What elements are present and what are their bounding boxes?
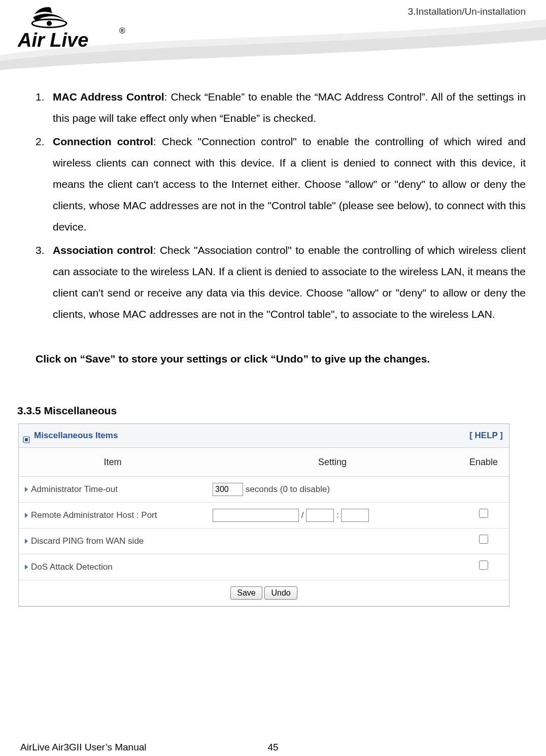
col-enable: Enable [458,448,509,477]
table-row: DoS Attack Detection [19,554,509,580]
brand-logo: Air Live ® [18,6,134,53]
logo-text: Air Live [18,29,88,51]
timeout-input[interactable] [213,483,243,496]
help-link[interactable]: [ HELP ] [469,427,503,444]
page-number: 45 [267,742,278,753]
list-item: 3. Association control: Check "Associati… [36,240,526,325]
triangle-icon [25,539,28,544]
panel-title: Miscellaneous Items [34,427,118,444]
breadcrumb: 3.Installation/Un-installation [408,6,526,17]
button-row: Save Undo [19,580,509,606]
triangle-icon [25,487,28,492]
svg-rect-3 [25,438,28,441]
timeout-suffix: seconds (0 to disable) [246,484,330,494]
table-row: Remote Administrator Host : Port / : [19,503,509,529]
ping-enable-checkbox[interactable] [479,535,488,544]
dos-enable-checkbox[interactable] [479,561,488,570]
section-heading: 3.3.5 Miscellaneous [17,400,526,421]
row-label: DoS Attack Detection [31,558,113,576]
list-item: 1. MAC Address Control: Check “Enable” t… [36,86,526,129]
table-row: Administrator Time-out seconds (0 to dis… [19,477,509,503]
remote-host-input[interactable] [213,509,299,522]
save-button[interactable]: Save [230,586,262,600]
row-label: Discard PING from WAN side [31,533,144,550]
row-label: Administrator Time-out [31,481,118,498]
panel-bullet-icon [23,432,30,439]
list-body: : Check "Connection control" to enable t… [53,136,526,233]
remote-port-input[interactable] [341,509,369,522]
list-lead: Connection control [53,136,153,147]
logo-reg: ® [119,26,125,35]
separator-slash: / [301,510,304,520]
separator-colon: : [336,510,339,520]
col-item: Item [19,448,207,477]
list-number: 1. [36,86,53,129]
list-number: 3. [36,240,53,325]
misc-panel: Miscellaneous Items [ HELP ] Item Settin… [18,423,509,607]
remote-enable-checkbox[interactable] [479,509,488,518]
col-setting: Setting [207,448,458,477]
svg-point-1 [47,21,52,26]
table-row: Discard PING from WAN side [19,529,509,554]
triangle-icon [25,513,28,518]
triangle-icon [25,565,28,570]
save-note: Click on “Save” to store your settings o… [36,348,526,370]
row-label: Remote Administrator Host : Port [31,507,157,524]
list-number: 2. [36,131,53,238]
remote-mask-input[interactable] [306,509,334,522]
footer-title: AirLive Air3GII User’s Manual [20,742,147,753]
undo-button[interactable]: Undo [264,586,297,600]
list-lead: MAC Address Control [53,91,164,103]
list-item: 2. Connection control: Check "Connection… [36,131,526,238]
list-lead: Association control [53,244,153,256]
